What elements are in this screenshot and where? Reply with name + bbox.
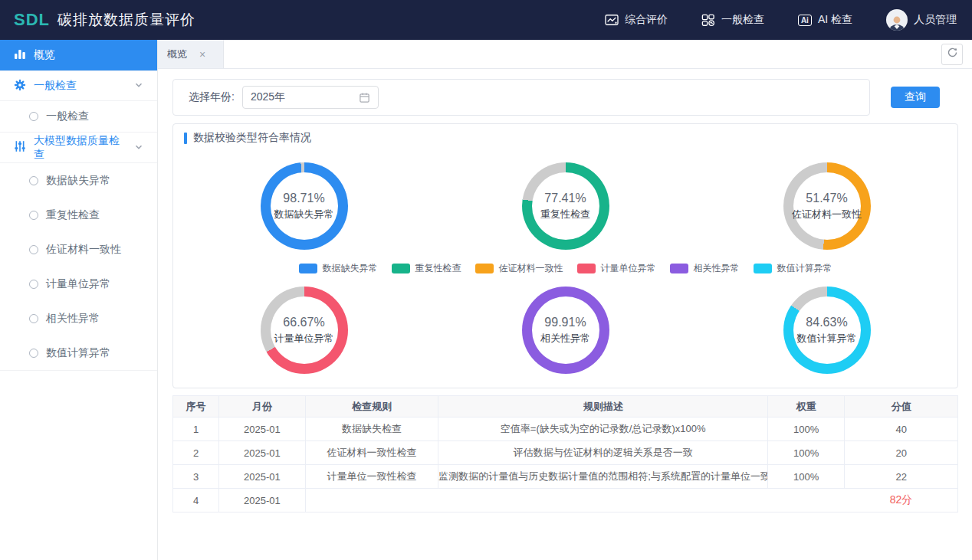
nav-item-general-check[interactable]: 一般检查 <box>701 13 764 27</box>
donut-label: 数值计算异常 <box>797 332 857 345</box>
chart-legend: 数据缺失异常 重复性检查 佐证材料一致性 计量单位异常 <box>173 262 957 275</box>
sidebar-item-general-check[interactable]: 一般检查 <box>0 101 157 133</box>
table-cell: 100% <box>768 418 845 441</box>
table-header-row: 序号 月份 检查规则 规则描述 权重 分值 <box>173 396 958 418</box>
table-row: 3 2025-01 计量单位一致性检查 监测数据的计量值与历史数据计量值的范围相… <box>173 465 958 489</box>
table-cell-empty <box>305 489 845 513</box>
sidebar-group-label: 一般检查 <box>34 79 77 93</box>
year-select[interactable]: 2025年 <box>242 86 379 109</box>
navbar-menu: 综合评价 一般检查 Ai AI 检查 <box>605 9 957 31</box>
legend-label: 重复性检查 <box>415 262 461 275</box>
legend-swatch <box>475 264 494 273</box>
donut-chart-unit-anomaly: 66.67% 计量单位异常 <box>261 287 348 374</box>
table-cell: 2025-01 <box>219 418 305 441</box>
legend-item: 重复性检查 <box>392 262 461 275</box>
tab-label: 概览 <box>167 47 187 61</box>
sidebar-item-evidence-consistency[interactable]: 佐证材料一致性 <box>0 232 157 267</box>
legend-item: 相关性异常 <box>670 262 740 275</box>
legend-label: 相关性异常 <box>694 262 740 275</box>
app-title: 碳排放数据质量评价 <box>57 10 195 30</box>
donut-percent: 98.71% <box>283 192 324 205</box>
sidebar-item-data-missing[interactable]: 数据缺失异常 <box>0 163 157 198</box>
sidebar-group-llm-quality-check[interactable]: 大模型数据质量检查 <box>0 133 157 163</box>
sidebar-item-label: 一般检查 <box>46 110 89 123</box>
panel-title-row: 数据校验类型符合率情况 <box>173 124 957 152</box>
table-cell: 2 <box>173 441 219 465</box>
donut-percent: 66.67% <box>283 316 324 329</box>
sidebar-group-general-check[interactable]: 一般检查 <box>0 70 157 101</box>
sidebar: 概览 一般检查 一般检查 <box>0 40 158 560</box>
radio-circle-icon <box>29 314 38 323</box>
table-cell: 2025-01 <box>219 489 305 513</box>
table-cell: 40 <box>845 418 958 441</box>
donut-chart-calculation-anomaly: 84.63% 数值计算异常 <box>783 287 871 374</box>
close-icon[interactable]: × <box>199 49 205 60</box>
compliance-rate-panel: 数据校验类型符合率情况 98.71% 数据缺失异常 77.41% <box>172 123 958 388</box>
radio-circle-icon <box>29 349 38 358</box>
sliders-icon <box>14 140 26 155</box>
table-row: 2 2025-01 佐证材料一致性检查 评估数据与佐证材料的逻辑关系是否一致 1… <box>173 441 958 465</box>
sidebar-item-label: 数据缺失异常 <box>46 174 110 188</box>
col-header-month: 月份 <box>219 396 305 418</box>
tab-overview[interactable]: 概览 × <box>158 40 224 68</box>
legend-item: 数值计算异常 <box>754 262 832 275</box>
table-cell: 监测数据的计量值与历史数据计量值的范围相符;与系统配置的计量单位一致 <box>438 465 768 489</box>
refresh-icon <box>947 47 958 61</box>
col-header-score: 分值 <box>845 396 958 418</box>
refresh-button[interactable] <box>941 44 963 65</box>
rules-table: 序号 月份 检查规则 规则描述 权重 分值 1 2025-01 数据缺失检查 空… <box>172 395 958 513</box>
total-score-cell: 82分 <box>845 489 958 513</box>
sidebar-item-label: 计量单位异常 <box>46 277 110 291</box>
col-header-description: 规则描述 <box>438 396 768 418</box>
sidebar-sublist-llm: 数据缺失异常 重复性检查 佐证材料一致性 计量单位异常 相关性异常 数值计算异常 <box>0 163 157 371</box>
nav-item-label: 人员管理 <box>914 13 957 27</box>
table-cell: 2025-01 <box>219 465 305 489</box>
legend-swatch <box>392 264 410 273</box>
ai-badge-icon: Ai <box>798 15 812 26</box>
sidebar-item-overview[interactable]: 概览 <box>0 40 157 70</box>
main-content: 选择年份: 2025年 查询 <box>158 69 972 513</box>
donut-label: 重复性检查 <box>540 208 590 221</box>
nav-item-user-management[interactable]: 人员管理 <box>886 9 957 31</box>
col-header-index: 序号 <box>173 396 219 418</box>
sidebar-item-label: 重复性检查 <box>46 208 100 222</box>
tab-bar: 概览 × <box>158 40 972 69</box>
donut-label: 佐证材料一致性 <box>792 208 862 221</box>
sidebar-item-label: 概览 <box>34 48 55 62</box>
title-accent-bar <box>184 133 187 144</box>
donut-chart-correlation-anomaly: 99.91% 相关性异常 <box>522 287 609 374</box>
donut-charts: 98.71% 数据缺失异常 77.41% 重复性检查 <box>173 152 957 388</box>
sidebar-item-correlation-anomaly[interactable]: 相关性异常 <box>0 301 157 336</box>
donut-label: 计量单位异常 <box>274 332 334 345</box>
table-cell: 3 <box>173 465 219 489</box>
sidebar-item-calculation-anomaly[interactable]: 数值计算异常 <box>0 336 157 370</box>
radio-circle-icon <box>29 211 38 220</box>
radio-circle-icon <box>29 245 38 254</box>
legend-swatch <box>577 264 596 273</box>
sidebar-item-label: 佐证材料一致性 <box>46 243 121 257</box>
donut-percent: 84.63% <box>806 316 847 329</box>
nav-item-label: 综合评价 <box>625 13 668 27</box>
user-avatar <box>886 9 908 31</box>
legend-swatch <box>299 264 317 273</box>
year-select-value: 2025年 <box>251 90 285 104</box>
sidebar-item-duplication-check[interactable]: 重复性检查 <box>0 198 157 232</box>
legend-label: 数值计算异常 <box>777 262 832 275</box>
query-button[interactable]: 查询 <box>891 87 940 108</box>
sidebar-group-label: 大模型数据质量检查 <box>34 134 126 162</box>
radio-circle-icon <box>29 176 38 185</box>
legend-item: 佐证材料一致性 <box>475 262 563 275</box>
donut-chart-duplication: 77.41% 重复性检查 <box>522 162 609 250</box>
donut-label: 数据缺失异常 <box>274 208 334 221</box>
donut-chart-data-missing: 98.71% 数据缺失异常 <box>261 162 348 250</box>
nav-item-ai-check[interactable]: Ai AI 检查 <box>798 13 852 27</box>
nav-item-composite-evaluation[interactable]: 综合评价 <box>605 13 668 27</box>
calendar-icon <box>359 92 370 103</box>
table-cell: 数据缺失检查 <box>305 418 438 441</box>
panel-title: 数据校验类型符合率情况 <box>193 131 311 145</box>
sidebar-item-label: 相关性异常 <box>46 312 100 326</box>
sidebar-item-label: 数值计算异常 <box>46 346 110 360</box>
donut-percent: 99.91% <box>544 316 586 329</box>
sidebar-item-unit-anomaly[interactable]: 计量单位异常 <box>0 267 157 301</box>
legend-label: 数据缺失异常 <box>323 262 378 275</box>
